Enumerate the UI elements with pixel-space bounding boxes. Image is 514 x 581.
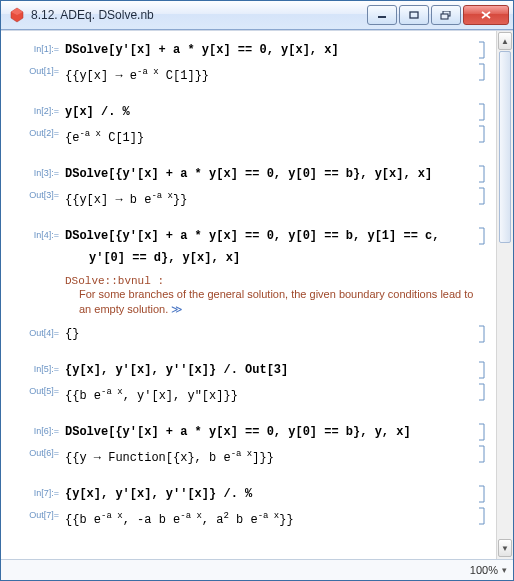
- output-cell-4[interactable]: {}: [59, 325, 478, 343]
- cell-bracket-icon[interactable]: [478, 383, 486, 401]
- restore-button[interactable]: [431, 5, 461, 25]
- output-cell-7[interactable]: {{b e-a x, -a b e-a x, a2 b e-a x}}: [59, 507, 478, 529]
- window-button-group: [367, 5, 511, 25]
- in-label: In[1]:=: [1, 41, 59, 54]
- out-label: Out[4]=: [1, 325, 59, 338]
- output-cell-3[interactable]: {{y[x] → b e-a x}}: [59, 187, 478, 209]
- zoom-level[interactable]: 100%: [470, 564, 498, 576]
- zoom-dropdown-icon[interactable]: ▾: [502, 565, 507, 575]
- in-label: In[5]:=: [1, 361, 59, 374]
- input-cell-5[interactable]: {y[x], y'[x], y''[x]} /. Out[3]: [59, 361, 478, 379]
- cell-bracket-icon[interactable]: [478, 125, 486, 143]
- message-text: For some branches of the general solutio…: [65, 287, 478, 317]
- in-label: In[4]:=: [1, 227, 59, 240]
- cell-bracket-icon[interactable]: [478, 41, 486, 59]
- input-cell-6[interactable]: DSolve[{y'[x] + a * y[x] == 0, y[0] == b…: [59, 423, 478, 441]
- output-cell-6[interactable]: {{y → Function[{x}, b e-a x]}}: [59, 445, 478, 467]
- message-tag: DSolve::bvnul :: [65, 275, 478, 287]
- input-cell-4-line2[interactable]: y'[0] == d}, y[x], x]: [59, 249, 478, 267]
- in-label: In[3]:=: [1, 165, 59, 178]
- maximize-button[interactable]: [399, 5, 429, 25]
- cell-bracket-icon[interactable]: [478, 63, 486, 81]
- cell-bracket-icon[interactable]: [478, 361, 486, 379]
- cell-bracket-icon[interactable]: [478, 103, 486, 121]
- cell-bracket-icon[interactable]: [478, 507, 486, 525]
- mathematica-icon: [9, 7, 25, 23]
- scroll-down-button[interactable]: ▼: [498, 539, 512, 557]
- scroll-up-button[interactable]: ▲: [498, 32, 512, 50]
- client-area: In[1]:=DSolve[y'[x] + a * y[x] == 0, y[x…: [1, 30, 513, 559]
- out-label: Out[3]=: [1, 187, 59, 200]
- out-label: Out[1]=: [1, 63, 59, 76]
- svg-rect-5: [441, 14, 448, 19]
- cell-bracket-icon[interactable]: [478, 165, 486, 183]
- minimize-button[interactable]: [367, 5, 397, 25]
- svg-rect-3: [410, 12, 418, 18]
- cell-bracket-icon[interactable]: [478, 187, 486, 205]
- cell-bracket-icon[interactable]: [478, 445, 486, 463]
- message-cell[interactable]: DSolve::bvnul : For some branches of the…: [1, 275, 496, 317]
- out-label: Out[7]=: [1, 507, 59, 520]
- notebook-content[interactable]: In[1]:=DSolve[y'[x] + a * y[x] == 0, y[x…: [1, 31, 496, 559]
- close-button[interactable]: [463, 5, 509, 25]
- input-cell-3[interactable]: DSolve[{y'[x] + a * y[x] == 0, y[0] == b…: [59, 165, 478, 183]
- in-label: In[2]:=: [1, 103, 59, 116]
- window-title: 8.12. ADEq. DSolve.nb: [31, 8, 367, 22]
- in-label: In[7]:=: [1, 485, 59, 498]
- status-bar: 100% ▾: [1, 559, 513, 580]
- scroll-thumb[interactable]: [499, 51, 511, 243]
- out-label: Out[2]=: [1, 125, 59, 138]
- cell-bracket-icon[interactable]: [478, 227, 486, 245]
- out-label: Out[5]=: [1, 383, 59, 396]
- input-cell-7[interactable]: {y[x], y'[x], y''[x]} /. %: [59, 485, 478, 503]
- titlebar[interactable]: 8.12. ADEq. DSolve.nb: [1, 1, 513, 30]
- output-cell-2[interactable]: {e-a x C[1]}: [59, 125, 478, 147]
- vertical-scrollbar[interactable]: ▲ ▼: [496, 31, 513, 559]
- message-more-link[interactable]: ≫: [171, 303, 183, 315]
- output-cell-5[interactable]: {{b e-a x, y′[x], y″[x]}}: [59, 383, 478, 405]
- app-window: 8.12. ADEq. DSolve.nb In[1]:=DSolve[y'[x…: [0, 0, 514, 581]
- input-cell-1[interactable]: DSolve[y'[x] + a * y[x] == 0, y[x], x]: [59, 41, 478, 59]
- output-cell-1[interactable]: {{y[x] → e-a x C[1]}}: [59, 63, 478, 85]
- cell-bracket-icon[interactable]: [478, 423, 486, 441]
- out-label: Out[6]=: [1, 445, 59, 458]
- cell-bracket-icon[interactable]: [478, 325, 486, 343]
- in-label: In[6]:=: [1, 423, 59, 436]
- input-cell-4-line1[interactable]: DSolve[{y'[x] + a * y[x] == 0, y[0] == b…: [59, 227, 478, 245]
- cell-bracket-icon[interactable]: [478, 485, 486, 503]
- input-cell-2[interactable]: y[x] /. %: [59, 103, 478, 121]
